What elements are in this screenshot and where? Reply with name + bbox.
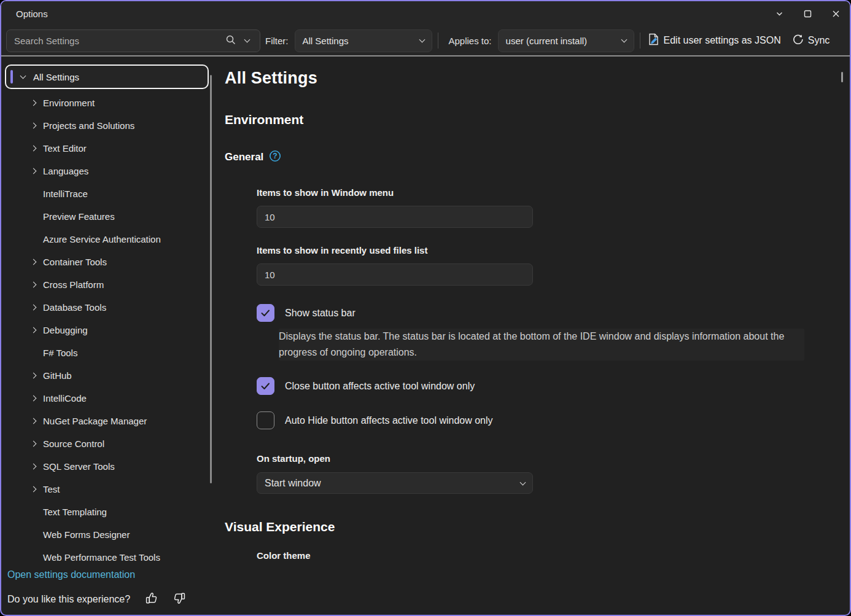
show-status-bar-checkbox[interactable] [257, 304, 274, 322]
search-input[interactable] [14, 36, 223, 46]
chevron-right-icon[interactable] [31, 327, 37, 333]
chevron-right-icon[interactable] [31, 282, 37, 288]
sidebar-item-debugging[interactable]: Debugging [1, 319, 217, 341]
sidebar-item-label: Source Control [43, 439, 104, 449]
maximize-button[interactable] [793, 1, 822, 26]
sidebar-item-environment[interactable]: Environment [1, 92, 217, 114]
applies-to-dropdown[interactable]: user (current install) [498, 29, 634, 52]
group-title: General [225, 151, 263, 163]
feedback-row: Do you like this experience? [7, 591, 217, 607]
sidebar-item-label: Text Editor [43, 143, 87, 154]
settings-documentation-link[interactable]: Open settings documentation [7, 569, 217, 580]
options-dialog: Options [0, 0, 851, 616]
sidebar-item-test[interactable]: Test [1, 478, 217, 501]
window-controls [765, 1, 850, 26]
sidebar-item-azure-service-authentication[interactable]: Azure Service Authentication [1, 228, 217, 251]
sidebar-item-database-tools[interactable]: Database Tools [1, 296, 217, 319]
section-title-environment: Environment [225, 112, 850, 127]
sidebar-item-languages[interactable]: Languages [1, 160, 217, 182]
color-theme-label: Color theme [257, 550, 850, 561]
page-title: All Settings [225, 69, 850, 88]
search-box[interactable] [6, 29, 260, 52]
search-options-button[interactable] [239, 31, 255, 50]
chevron-right-icon[interactable] [31, 123, 37, 129]
chevron-right-icon[interactable] [31, 418, 37, 424]
auto-hide-checkbox[interactable] [257, 411, 274, 429]
minimize-button[interactable] [765, 1, 793, 26]
sidebar-item-intellitrace[interactable]: IntelliTrace [1, 182, 217, 205]
auto-hide-row[interactable]: Auto Hide button affects active tool win… [257, 411, 850, 429]
filter-dropdown[interactable]: All Settings [295, 29, 432, 52]
sidebar-scrollbar[interactable] [210, 75, 212, 483]
sidebar-item-label: GitHub [43, 370, 72, 381]
close-button[interactable] [822, 1, 850, 26]
edit-document-icon [647, 33, 660, 49]
chevron-right-icon[interactable] [31, 441, 37, 447]
checkmark-icon [261, 383, 270, 390]
window-menu-items-input[interactable] [257, 206, 533, 228]
sync-button[interactable]: Sync [791, 31, 831, 50]
sidebar-item-all-settings[interactable]: All Settings [5, 64, 209, 89]
applies-to-value: user (current install) [506, 36, 588, 46]
chevron-right-icon[interactable] [31, 486, 37, 493]
chevron-down-icon[interactable] [20, 73, 26, 79]
feedback-prompt: Do you like this experience? [7, 594, 130, 605]
thumbs-up-button[interactable] [144, 591, 159, 607]
search-button[interactable] [223, 31, 239, 50]
sidebar-item-fsharp-tools[interactable]: F# Tools [1, 341, 217, 364]
chevron-down-icon [621, 37, 627, 43]
sidebar-item-nuget-package-manager[interactable]: NuGet Package Manager [1, 410, 217, 432]
chevron-right-icon[interactable] [31, 168, 37, 174]
window-title: Options [1, 9, 48, 19]
sidebar-item-container-tools[interactable]: Container Tools [1, 251, 217, 273]
sidebar-item-text-templating[interactable]: Text Templating [1, 501, 217, 523]
sidebar-item-preview-features[interactable]: Preview Features [1, 205, 217, 228]
chevron-right-icon[interactable] [31, 464, 37, 470]
selection-indicator [10, 70, 13, 84]
sidebar-item-web-forms-designer[interactable]: Web Forms Designer [1, 523, 217, 546]
sidebar-item-projects-and-solutions[interactable]: Projects and Solutions [1, 114, 217, 137]
sidebar-item-sql-server-tools[interactable]: SQL Server Tools [1, 455, 217, 478]
sidebar-item-github[interactable]: GitHub [1, 364, 217, 387]
sidebar-item-source-control[interactable]: Source Control [1, 432, 217, 455]
help-button[interactable]: ? [268, 149, 282, 165]
sidebar-item-cross-platform[interactable]: Cross Platform [1, 273, 217, 296]
sidebar-item-text-editor[interactable]: Text Editor [1, 137, 217, 160]
show-status-bar-label: Show status bar [285, 308, 356, 319]
recent-files-items-input[interactable] [257, 263, 533, 286]
chevron-right-icon[interactable] [31, 100, 37, 106]
maximize-icon [804, 10, 812, 18]
edit-json-button[interactable]: Edit user settings as JSON [646, 30, 782, 51]
sidebar-item-label: Azure Service Authentication [43, 234, 161, 244]
thumbs-up-icon [144, 591, 159, 607]
filter-value: All Settings [303, 36, 349, 46]
help-icon: ? [268, 149, 282, 165]
startup-dropdown[interactable]: Start window [257, 472, 533, 494]
toolbar-separator [640, 33, 640, 49]
sidebar-item-label: Test [43, 484, 60, 494]
sidebar-item-label: IntelliCode [43, 393, 87, 404]
close-button-row[interactable]: Close button affects active tool window … [257, 377, 850, 395]
chevron-right-icon[interactable] [31, 373, 37, 379]
sidebar-item-label: F# Tools [43, 348, 77, 358]
show-status-bar-row[interactable]: Show status bar [257, 304, 850, 322]
settings-tree: All Settings Environment Projects and So… [1, 57, 217, 566]
sidebar-item-label: Preview Features [43, 211, 115, 222]
chevron-right-icon[interactable] [31, 259, 37, 265]
chevron-right-icon[interactable] [31, 305, 37, 311]
chevron-down-icon [775, 10, 783, 18]
thumbs-down-button[interactable] [172, 591, 187, 607]
close-button-checkbox[interactable] [257, 377, 274, 395]
chevron-right-icon[interactable] [31, 146, 37, 152]
chevron-right-icon[interactable] [31, 396, 37, 402]
main-scrollbar[interactable] [841, 72, 843, 82]
sidebar-item-label: Container Tools [43, 257, 107, 267]
sidebar-item-label: Web Forms Designer [43, 529, 130, 540]
sync-label: Sync [808, 35, 830, 46]
sidebar-item-web-performance-test-tools[interactable]: Web Performance Test Tools [1, 546, 217, 566]
sidebar-item-label: Text Templating [43, 507, 107, 517]
svg-text:?: ? [273, 152, 278, 160]
sidebar-item-intellicode[interactable]: IntelliCode [1, 387, 217, 410]
dialog-body: All Settings Environment Projects and So… [1, 57, 850, 615]
sidebar-item-label: Cross Platform [43, 279, 104, 290]
